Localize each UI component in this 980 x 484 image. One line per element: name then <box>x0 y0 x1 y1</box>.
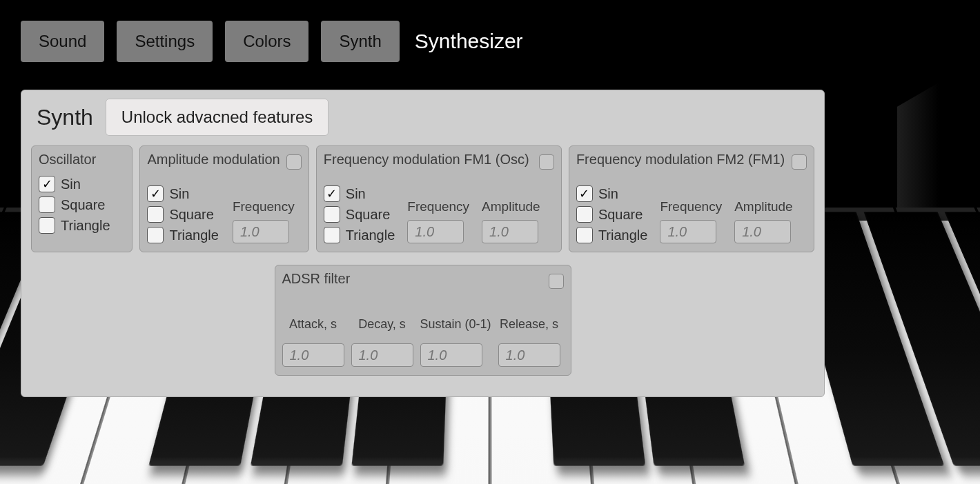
fm1-enable-checkbox[interactable] <box>539 154 554 170</box>
tab-synth[interactable]: Synth <box>321 21 399 62</box>
am-sin-checkbox[interactable] <box>147 185 164 202</box>
fm2-square-label: Square <box>598 207 643 223</box>
fm2-amplitude-label: Amplitude <box>734 199 793 214</box>
oscillator-sin-checkbox[interactable] <box>39 176 55 192</box>
am-enable-checkbox[interactable] <box>286 154 302 170</box>
adsr-group: ADSR filter Attack, s Decay, s Sustain (… <box>275 265 571 376</box>
panel-title: Synth <box>31 105 93 130</box>
am-frequency-label: Frequency <box>233 199 295 214</box>
fm1-square-label: Square <box>346 207 391 223</box>
am-title: Amplitude modulation <box>147 152 280 168</box>
adsr-release-input[interactable] <box>498 343 560 367</box>
fm1-square-checkbox[interactable] <box>324 206 340 223</box>
fm2-frequency-label: Frequency <box>660 199 722 214</box>
fm2-triangle-checkbox[interactable] <box>576 227 593 243</box>
fm1-triangle-label: Triangle <box>346 228 395 243</box>
adsr-attack-input[interactable] <box>282 343 344 367</box>
synth-panel: Synth Unlock advacned features Oscillato… <box>21 90 825 397</box>
fm1-group: Frequency modulation FM1 (Osc) Sin Squar… <box>316 145 562 252</box>
tab-colors[interactable]: Colors <box>225 21 308 62</box>
adsr-sustain-input[interactable] <box>420 343 482 367</box>
adsr-attack-label: Attack, s <box>282 310 344 338</box>
fm1-triangle-checkbox[interactable] <box>324 227 340 243</box>
tab-bar: Sound Settings Colors Synth Synthesizer <box>21 21 523 62</box>
tab-sound[interactable]: Sound <box>21 21 104 62</box>
oscillator-group: Oscillator Sin Square Triangle <box>31 145 133 252</box>
adsr-decay-input[interactable] <box>351 343 413 367</box>
fm2-amplitude-input[interactable] <box>734 220 791 243</box>
fm1-amplitude-label: Amplitude <box>482 199 540 214</box>
fm2-square-checkbox[interactable] <box>576 206 593 223</box>
adsr-decay-label: Decay, s <box>351 310 413 338</box>
am-square-label: Square <box>169 207 214 223</box>
fm2-frequency-input[interactable] <box>660 220 716 243</box>
oscillator-square-checkbox[interactable] <box>39 196 55 213</box>
am-group: Amplitude modulation Sin Square Triang <box>139 145 308 252</box>
fm1-frequency-input[interactable] <box>407 220 464 243</box>
adsr-enable-checkbox[interactable] <box>549 274 564 289</box>
fm1-sin-checkbox[interactable] <box>324 185 340 202</box>
oscillator-square-label: Square <box>61 197 106 213</box>
adsr-sustain-label: Sustain (0-1) <box>420 310 491 338</box>
adsr-release-label: Release, s <box>498 310 560 338</box>
fm2-group: Frequency modulation FM2 (FM1) Sin Squar… <box>569 145 814 252</box>
oscillator-title: Oscillator <box>39 152 125 168</box>
tab-settings[interactable]: Settings <box>117 21 213 62</box>
oscillator-triangle-label: Triangle <box>61 218 110 234</box>
oscillator-triangle-checkbox[interactable] <box>39 217 55 234</box>
unlock-advanced-button[interactable]: Unlock advacned features <box>106 99 329 136</box>
fm2-sin-checkbox[interactable] <box>576 185 593 202</box>
fm1-title: Frequency modulation FM1 (Osc) <box>324 152 529 168</box>
fm2-triangle-label: Triangle <box>598 228 648 243</box>
am-triangle-label: Triangle <box>169 228 219 243</box>
fm1-amplitude-input[interactable] <box>482 220 538 243</box>
fm1-sin-label: Sin <box>346 186 366 202</box>
am-frequency-input[interactable] <box>233 220 289 243</box>
am-triangle-checkbox[interactable] <box>147 227 164 243</box>
fm2-enable-checkbox[interactable] <box>792 154 807 170</box>
fm1-frequency-label: Frequency <box>407 199 469 214</box>
oscillator-sin-label: Sin <box>61 177 81 192</box>
app-title: Synthesizer <box>415 30 523 53</box>
adsr-title: ADSR filter <box>282 271 351 287</box>
fm2-title: Frequency modulation FM2 (FM1) <box>576 152 785 168</box>
am-square-checkbox[interactable] <box>147 206 164 223</box>
fm2-sin-label: Sin <box>598 186 618 202</box>
am-sin-label: Sin <box>169 186 189 202</box>
